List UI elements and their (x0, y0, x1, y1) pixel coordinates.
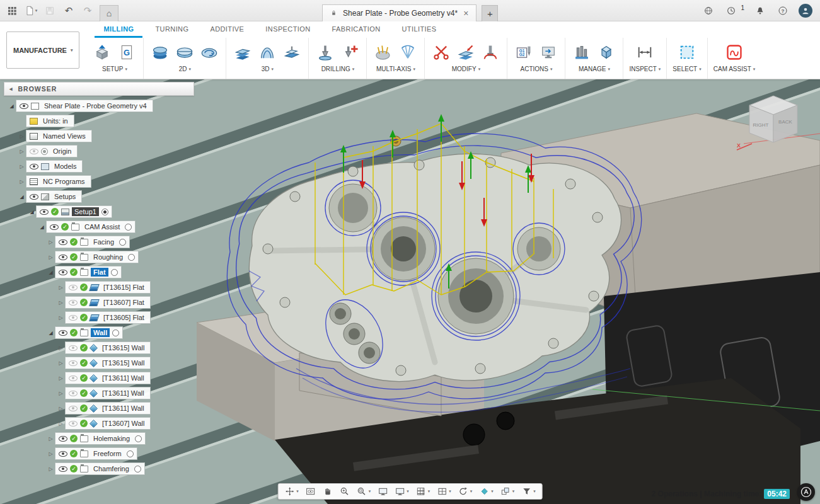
visibility-eye-icon[interactable] (30, 149, 38, 154)
tree-item-label[interactable]: [T13605] Flat (101, 313, 147, 322)
regenerate-button[interactable]: ▾ (458, 486, 473, 496)
tree-row-t13611-wall-2[interactable]: [T13611] Wall (4, 386, 194, 401)
grid-snaps-button[interactable]: ▾ (416, 486, 430, 496)
group-label-actions[interactable]: ACTIONS▾ (520, 66, 552, 72)
tree-item-label[interactable]: [T13615] Wall (100, 358, 147, 367)
new-tab-button[interactable]: + (482, 5, 498, 21)
face-button[interactable] (174, 42, 195, 62)
visibility-eye-icon[interactable] (69, 300, 78, 306)
visibility-eye-icon[interactable] (59, 436, 67, 442)
collapse-panel-icon[interactable]: ◂ (9, 86, 13, 92)
expand-toggle-icon[interactable] (18, 134, 26, 139)
expand-toggle-icon[interactable] (57, 406, 65, 411)
user-avatar[interactable] (799, 4, 812, 18)
help-icon[interactable] (776, 4, 790, 18)
tree-item-label[interactable]: [T13615] Flat (101, 283, 147, 292)
job-status-clock-icon[interactable] (724, 4, 738, 18)
expand-toggle-icon[interactable] (57, 315, 65, 321)
2d-adaptive-button[interactable] (199, 42, 220, 62)
section-analysis-button[interactable]: ▾ (479, 486, 494, 496)
tree-row-t13611-wall-1[interactable]: [T13611] Wall (4, 370, 194, 386)
operation-radio-icon[interactable] (135, 435, 142, 442)
visibility-eye-icon[interactable] (69, 406, 78, 411)
expand-toggle-icon[interactable] (47, 436, 55, 442)
zoom-window-button[interactable]: ▾ (357, 486, 371, 496)
visibility-eye-icon[interactable] (59, 466, 67, 472)
tree-row-t13611-wall-3[interactable]: [T13611] Wall (4, 401, 194, 416)
expand-toggle-icon[interactable] (47, 451, 55, 457)
expand-toggle-icon[interactable] (47, 270, 55, 275)
visibility-eye-icon[interactable] (50, 224, 59, 230)
tree-item-label[interactable]: Origin (50, 147, 74, 156)
operation-radio-icon[interactable] (128, 254, 135, 261)
visibility-eye-icon[interactable] (69, 421, 78, 427)
tab-turning[interactable]: TURNING (146, 21, 197, 38)
tree-row-t13615-flat[interactable]: [T13615] Flat (4, 280, 194, 295)
visibility-eye-icon[interactable] (30, 164, 38, 169)
visibility-eye-icon[interactable] (59, 255, 67, 260)
cam-assist-button[interactable] (724, 42, 745, 62)
trim-toolpath-button[interactable] (430, 42, 452, 62)
tree-row-t13607-flat[interactable]: [T13607] Flat (4, 295, 194, 310)
expand-toggle-icon[interactable] (57, 375, 65, 381)
operation-radio-icon[interactable] (111, 269, 118, 276)
browser-header[interactable]: ◂ BROWSER (4, 82, 194, 96)
group-label-setup[interactable]: SETUP▾ (102, 66, 127, 72)
simulate-button[interactable] (538, 42, 559, 62)
tool-library-button[interactable] (571, 42, 592, 62)
tree-row-setups[interactable]: Setups (4, 189, 194, 204)
2d-pocket-button[interactable] (149, 42, 171, 62)
zoom-button[interactable] (340, 486, 350, 496)
visibility-eye-icon[interactable] (69, 345, 78, 351)
visibility-eye-icon[interactable] (69, 360, 78, 366)
expand-toggle-icon[interactable] (57, 345, 65, 351)
tree-row-cam-assist[interactable]: CAM Assist (4, 219, 194, 234)
tree-row-models[interactable]: Models (4, 159, 194, 174)
tree-item-label[interactable]: [T13607] Flat (101, 298, 147, 307)
tree-item-label[interactable]: Setup1 (72, 207, 99, 216)
swarf-button[interactable] (397, 42, 419, 62)
drill-button[interactable] (315, 42, 336, 62)
tree-row-nc-programs[interactable]: NC Programs (4, 174, 194, 189)
group-label-modify[interactable]: MODIFY▾ (452, 66, 480, 72)
expand-toggle-icon[interactable] (57, 391, 65, 396)
group-label-3d[interactable]: 3D▾ (262, 66, 274, 72)
tree-item-label[interactable]: CAM Assist (82, 222, 122, 231)
pan-button[interactable] (323, 486, 333, 496)
visibility-eye-icon[interactable] (69, 375, 78, 381)
fit-button[interactable] (378, 486, 388, 496)
group-label-cam-assist[interactable]: CAM ASSIST▾ (713, 66, 756, 72)
tab-milling[interactable]: MILLING (95, 21, 142, 38)
edit-tool-button[interactable] (480, 42, 501, 62)
visibility-eye-icon[interactable] (69, 285, 78, 290)
3d-steep-shallow-button[interactable] (257, 42, 278, 62)
tree-item-label[interactable]: Named Views (40, 132, 88, 140)
save-icon[interactable] (43, 4, 57, 18)
tree-row-units[interactable]: Units: in (4, 113, 194, 129)
tree-item-label[interactable]: NC Programs (40, 177, 88, 186)
tree-row-origin[interactable]: Origin (4, 144, 194, 159)
undo-icon[interactable]: ↶ (62, 4, 76, 18)
expand-toggle-icon[interactable] (28, 209, 36, 215)
tree-row-named-views[interactable]: Named Views (4, 129, 194, 144)
tree-item-label[interactable]: [T13611] Wall (100, 389, 147, 398)
tab-fabrication[interactable]: FABRICATION (323, 21, 390, 38)
expand-toggle-icon[interactable] (8, 103, 16, 109)
active-setup-radio-icon[interactable] (101, 209, 108, 215)
tree-row-wall[interactable]: Wall (4, 325, 194, 340)
tree-row-setup1[interactable]: Setup1 (4, 204, 194, 219)
tab-additive[interactable]: ADDITIVE (201, 21, 253, 38)
expand-toggle-icon[interactable] (47, 239, 55, 245)
tree-item-label[interactable]: Roughing (91, 253, 125, 261)
expand-toggle-icon[interactable] (18, 164, 26, 169)
tree-row-chamfering[interactable]: Chamfering (4, 461, 194, 476)
tree-item-label[interactable]: [T13615] Wall (100, 343, 147, 352)
tree-item-label[interactable]: Freeform (91, 449, 124, 458)
expand-toggle-icon[interactable] (18, 149, 26, 154)
expand-toggle-icon[interactable] (57, 360, 65, 366)
expand-toggle-icon[interactable] (57, 300, 65, 306)
tree-row-holemaking[interactable]: Holemaking (4, 431, 194, 446)
view-cube[interactable]: RIGHT BACK X (734, 92, 810, 158)
tree-item-label[interactable]: Setups (52, 192, 78, 201)
tree-item-label[interactable]: Flat (91, 268, 108, 277)
